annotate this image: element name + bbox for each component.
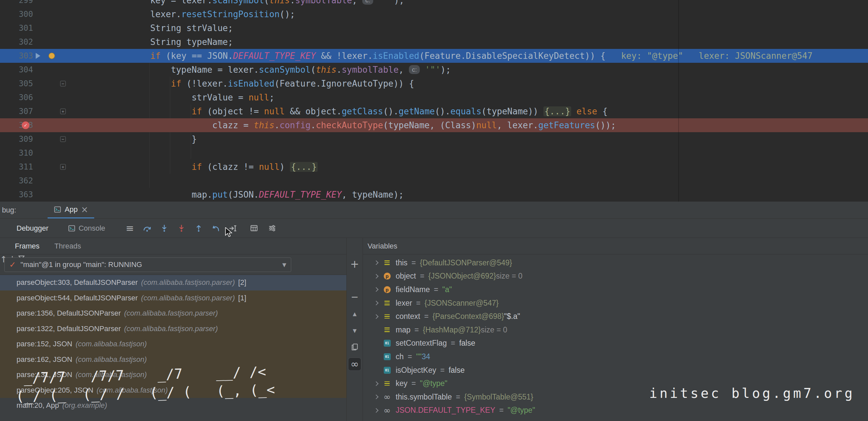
frame-row[interactable]: parseObject:205, JSON(com.alibaba.fastjs… (0, 383, 346, 398)
code-line[interactable]: 306 strValue = null; (0, 91, 868, 104)
variable-value: {SymbolTable@551} (464, 393, 533, 401)
fold-collapse-icon[interactable]: − (60, 136, 66, 142)
code-line[interactable]: 305− if (!lexer.isEnabled(Feature.Ignore… (0, 77, 868, 91)
copy-stack-icon-button[interactable] (351, 343, 359, 352)
run-to-cursor-icon[interactable] (229, 224, 237, 233)
tab-debugger[interactable]: Debugger (17, 224, 49, 233)
debug-window-label: bug: (2, 206, 16, 215)
code-line[interactable]: 302 String typeName; (0, 35, 868, 49)
layout-grid-icon[interactable] (250, 224, 258, 232)
code-line[interactable]: 299 key = lexer.scanSymbol(this.symbolTa… (0, 0, 868, 7)
variable-row[interactable]: pfieldName="a" (363, 283, 868, 296)
editor-gutter[interactable]: 310 (0, 146, 67, 160)
thread-selector-label: "main"@1 in group "main": RUNNING (21, 260, 282, 269)
fold-collapse-icon[interactable]: − (60, 81, 66, 87)
scroll-up-icon-button[interactable]: ▲ (353, 311, 356, 317)
variable-row[interactable]: key="@type" (363, 377, 868, 390)
editor-gutter[interactable]: 307+ (0, 104, 67, 118)
code-editor[interactable]: 299 key = lexer.scanSymbol(this.symbolTa… (0, 0, 868, 202)
code-line[interactable]: 309− } (0, 132, 868, 146)
editor-gutter[interactable]: 303 (0, 49, 67, 63)
menu-icon[interactable]: ≡ (126, 223, 134, 233)
frame-row[interactable]: parse:1322, DefaultJSONParser(com.alibab… (0, 321, 346, 337)
variable-row[interactable]: this={DefaultJSONParser@549} (363, 256, 868, 270)
code-line[interactable]: 301 String strValue; (0, 21, 868, 35)
code-text: lexer.resetStringPosition(); (67, 7, 295, 21)
fold-expand-icon[interactable]: + (60, 164, 66, 170)
folded-code[interactable]: {...} (544, 106, 571, 116)
tab-console[interactable]: Console (68, 224, 105, 233)
layout-settings-icon[interactable] (268, 224, 276, 232)
expand-chevron-icon[interactable] (372, 261, 380, 264)
editor-gutter[interactable]: 363 (0, 188, 67, 202)
editor-gutter[interactable]: 301 (0, 21, 67, 35)
breakpoint-icon[interactable]: ✓ (22, 122, 29, 129)
close-icon[interactable]: × (81, 205, 88, 214)
editor-gutter[interactable]: 305− (0, 77, 67, 91)
code-line[interactable]: 307+ if (object != null && object.getCla… (0, 104, 868, 118)
editor-gutter[interactable]: 311+ (0, 160, 67, 174)
variable-row[interactable]: 01setContextFlag=false (363, 337, 868, 350)
code-line[interactable]: 308✓ clazz = this.config.checkAutoType(t… (0, 118, 868, 132)
code-line[interactable]: 362 (0, 174, 868, 188)
folded-code[interactable]: {...} (290, 162, 318, 172)
variable-row[interactable]: map={HashMap@712} size = 0 (363, 323, 868, 337)
force-step-into-icon[interactable] (177, 224, 186, 233)
editor-gutter[interactable]: 309− (0, 132, 67, 146)
variable-row[interactable]: 01isObjectKey=false (363, 363, 868, 377)
variable-row[interactable]: context={ParseContext@698} "$.a" (363, 310, 868, 323)
variable-row[interactable]: ∞JSON.DEFAULT_TYPE_KEY="@type" (363, 404, 868, 417)
frame-row[interactable]: parseObject:544, DefaultJSONParser(com.a… (0, 290, 346, 306)
line-number: 363 (19, 188, 33, 202)
frame-location: main:20, App (17, 401, 59, 410)
fold-expand-icon[interactable]: + (60, 109, 66, 114)
frame-row[interactable]: main:20, App(org.example) (0, 398, 346, 413)
expand-chevron-icon[interactable] (372, 301, 380, 305)
execution-point-icon (36, 53, 40, 59)
tab-threads[interactable]: Threads (55, 242, 81, 251)
variable-row[interactable]: ∞this.symbolTable={SymbolTable@551} (363, 390, 868, 404)
step-out-icon[interactable] (194, 224, 203, 233)
frame-row[interactable]: parse:162, JSON(com.alibaba.fastjson) (0, 352, 346, 367)
drop-frame-icon[interactable] (212, 224, 220, 233)
code-line[interactable]: 310 (0, 146, 868, 160)
code-line[interactable]: 304 typeName = lexer.scanSymbol(this.sym… (0, 63, 868, 77)
frame-row[interactable]: parse:131, JSON(com.alibaba.fastjson) (0, 367, 346, 383)
variable-row[interactable]: 01ch='"' 34 (363, 350, 868, 363)
expand-chevron-icon[interactable] (372, 409, 380, 412)
tab-frames[interactable]: Frames (15, 242, 40, 251)
code-line[interactable]: 300 lexer.resetStringPosition(); (0, 7, 868, 21)
expand-chevron-icon[interactable] (372, 382, 380, 385)
step-into-icon[interactable] (160, 224, 168, 233)
editor-gutter[interactable]: 299 (0, 0, 67, 7)
editor-gutter[interactable]: 362 (0, 174, 67, 188)
watches-icon-button[interactable]: ∞ (348, 358, 361, 371)
editor-gutter[interactable]: 304 (0, 63, 67, 77)
expand-chevron-icon[interactable] (372, 288, 380, 291)
expand-chevron-icon[interactable] (372, 315, 380, 318)
editor-gutter[interactable]: 302 (0, 35, 67, 49)
variable-row[interactable]: pobject={JSONObject@692} size = 0 (363, 270, 868, 283)
code-line[interactable]: 363 map.put(JSON.DEFAULT_TYPE_KEY, typeN… (0, 188, 868, 202)
code-line[interactable]: 303 if (key == JSON.DEFAULT_TYPE_KEY && … (0, 49, 868, 63)
variable-row[interactable]: lexer={JSONScanner@547} (363, 296, 868, 310)
scroll-down-icon-button[interactable]: ▼ (353, 328, 356, 334)
tab-app[interactable]: App × (48, 202, 94, 219)
minus-icon-button[interactable]: − (351, 292, 358, 302)
thread-selector[interactable]: ✓ "main"@1 in group "main": RUNNING ▾ (4, 257, 291, 272)
editor-gutter[interactable]: 300 (0, 7, 67, 21)
step-over-icon[interactable] (143, 224, 151, 233)
frames-list: parseObject:303, DefaultJSONParser(com.a… (0, 275, 346, 421)
equals-sign: = (414, 325, 419, 334)
editor-gutter[interactable]: 308✓ (0, 118, 67, 132)
frame-row[interactable]: parse:1356, DefaultJSONParser(com.alibab… (0, 306, 346, 321)
variable-name: key (396, 379, 408, 388)
frame-row[interactable]: parseObject:303, DefaultJSONParser(com.a… (0, 275, 346, 290)
plus-icon-button[interactable]: + (350, 259, 359, 269)
code-line[interactable]: 311+ if (clazz != null) {...} (0, 160, 868, 174)
frame-package: (com.alibaba.fastjson.parser) (124, 309, 218, 318)
expand-chevron-icon[interactable] (372, 395, 380, 398)
editor-gutter[interactable]: 306 (0, 91, 67, 104)
expand-chevron-icon[interactable] (372, 274, 380, 278)
frame-row[interactable]: parse:152, JSON(com.alibaba.fastjson) (0, 336, 346, 352)
